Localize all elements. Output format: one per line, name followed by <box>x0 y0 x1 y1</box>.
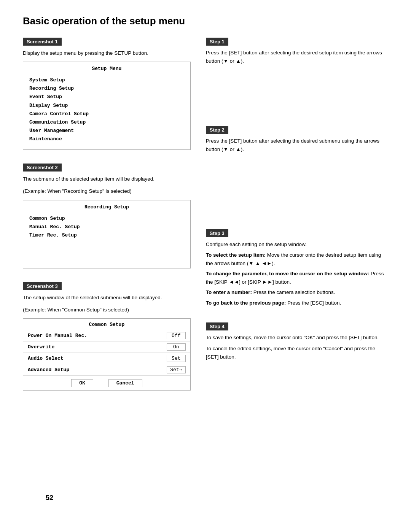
step2-section: Step 2 Press the [SET] button after sele… <box>206 126 388 153</box>
step3-badge: Step 3 <box>206 229 228 237</box>
menu-item-7: User Management <box>29 127 184 135</box>
setup-value-4: Set→ <box>167 366 186 373</box>
step3-line5: To go back to the previous page: Press t… <box>206 299 388 307</box>
screenshot3-section: Screenshot 3 The setup window of the sel… <box>23 282 191 391</box>
screenshot1-description: Display the setup menu by pressing the S… <box>23 49 191 57</box>
setup-label-1: Power On Manual Rec. <box>28 333 167 338</box>
screenshot1-section: Screenshot 1 Display the setup menu by p… <box>23 38 191 150</box>
step4-line2: To cancel the edited settings, move the … <box>206 345 388 361</box>
setup-row-2: Overwrite On <box>23 341 190 353</box>
page-number: 52 <box>46 494 53 502</box>
setup-value-2: On <box>167 343 186 351</box>
step1-badge: Step 1 <box>206 38 228 46</box>
setup-value-1: Off <box>167 332 186 339</box>
step3-line3-bold: To change the parameter, to move the cur… <box>206 271 370 276</box>
setup-label-4: Advanced Setup <box>28 367 167 373</box>
step3-line4-bold: To enter a number: <box>206 289 252 295</box>
menu-item-3: Event Setup <box>29 93 184 101</box>
rec-menu-item-2: Manual Rec. Setup <box>29 223 184 231</box>
screenshot2-menu-title: Recording Setup <box>29 204 184 210</box>
step3-line4: To enter a number: Press the camera sele… <box>206 288 388 297</box>
step3-line2-bold: To select the setup item: <box>206 252 266 258</box>
setup-footer: OK Cancel <box>23 376 190 390</box>
screenshot1-badge: Screenshot 1 <box>23 38 62 46</box>
setup-row-1: Power On Manual Rec. Off <box>23 330 190 341</box>
menu-item-5: Camera Control Setup <box>29 110 184 118</box>
screenshot2-menu: Recording Setup Common Setup Manual Rec.… <box>23 200 191 268</box>
setup-row-3: Audio Select Set <box>23 353 190 364</box>
screenshot2-badge: Screenshot 2 <box>23 164 62 172</box>
setup-label-3: Audio Select <box>28 356 167 361</box>
page-title: Basic operation of the setup menu <box>23 15 388 27</box>
rec-menu-item-3: Timer Rec. Setup <box>29 231 184 240</box>
step3-line1: Configure each setting on the setup wind… <box>206 240 388 249</box>
menu-item-8: Maintenance <box>29 135 184 143</box>
menu-item-4: Display Setup <box>29 102 184 110</box>
step2-badge: Step 2 <box>206 126 228 134</box>
step3-section: Step 3 Configure each setting on the set… <box>206 229 388 307</box>
ok-button: OK <box>71 379 93 387</box>
screenshot3-description1: The setup window of the selected submenu… <box>23 294 191 302</box>
screenshot2-description2: (Example: When "Recording Setup" is sele… <box>23 187 191 195</box>
step4-line1: To save the settings, move the cursor on… <box>206 333 388 342</box>
step4-section: Step 4 To save the settings, move the cu… <box>206 322 388 361</box>
screenshot3-badge: Screenshot 3 <box>23 282 62 290</box>
step1-section: Step 1 Press the [SET] button after sele… <box>206 38 388 65</box>
screenshot3-description2: (Example: When "Common Setup" is selecte… <box>23 306 191 314</box>
step2-text: Press the [SET] button after selecting t… <box>206 137 388 153</box>
screenshot1-menu-title: Setup Menu <box>29 66 184 71</box>
menu-item-1: System Setup <box>29 76 184 84</box>
step3-line4-rest: Press the camera selection buttons. <box>252 289 335 295</box>
step1-text: Press the [SET] button after selecting t… <box>206 49 388 65</box>
screenshot2-section: Screenshot 2 The submenu of the selected… <box>23 164 191 268</box>
common-setup-title: Common Setup <box>23 319 190 330</box>
screenshot3-menu: Common Setup Power On Manual Rec. Off Ov… <box>23 318 191 391</box>
cancel-button: Cancel <box>108 379 142 387</box>
step3-line3: To change the parameter, to move the cur… <box>206 270 388 286</box>
menu-item-2: Recording Setup <box>29 84 184 93</box>
screenshot1-menu: Setup Menu System Setup Recording Setup … <box>23 62 191 150</box>
screenshot2-description1: The submenu of the selected setup item w… <box>23 175 191 183</box>
step3-line2: To select the setup item: Move the curso… <box>206 251 388 267</box>
step3-line5-rest: Press the [ESC] button. <box>286 300 341 306</box>
menu-item-6: Communication Setup <box>29 118 184 127</box>
step4-badge: Step 4 <box>206 322 228 330</box>
setup-label-2: Overwrite <box>28 344 167 350</box>
setup-row-4: Advanced Setup Set→ <box>23 364 190 376</box>
step3-line5-bold: To go back to the previous page: <box>206 300 286 306</box>
rec-menu-item-1: Common Setup <box>29 214 184 223</box>
setup-value-3: Set <box>167 355 186 362</box>
